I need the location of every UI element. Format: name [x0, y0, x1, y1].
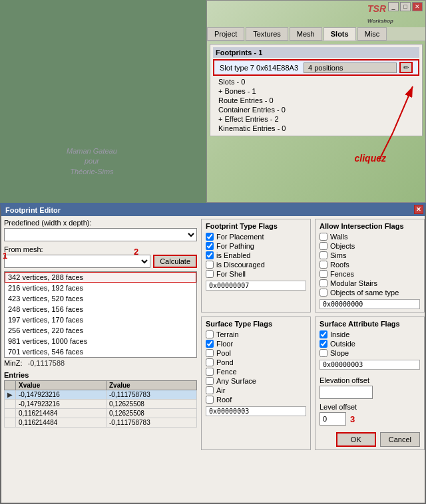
ftf-enabled-cb[interactable]: [206, 251, 214, 259]
dialog-close-btn[interactable]: ✕: [414, 205, 423, 214]
ftf-discouraged-cb[interactable]: [206, 261, 214, 269]
saf-outside-cb[interactable]: [320, 340, 327, 348]
close-btn[interactable]: ✕: [412, 2, 423, 11]
elevation-offset-input[interactable]: [320, 386, 373, 399]
calculate-button[interactable]: Calculate: [153, 255, 197, 268]
stf-fence: Fence: [206, 368, 306, 376]
ftf-placement-cb[interactable]: [206, 233, 214, 241]
mesh-option-5[interactable]: 256 vertices, 220 faces: [5, 325, 196, 336]
allow-intersection-flags-panel: Allow Intersection Flags Walls Objects S…: [315, 219, 425, 313]
dialog-left-panel: Predefined (width x depth): From mesh: C…: [4, 219, 197, 504]
col-zvalue: Zvalue: [106, 381, 197, 390]
saf-inside-label: Inside: [330, 330, 349, 338]
aif-sims: Sims: [320, 251, 420, 259]
predefined-select[interactable]: [4, 228, 197, 241]
ftf-pathing: For Pathing: [206, 242, 306, 250]
stf-floor-cb[interactable]: [206, 340, 214, 348]
saf-slope-label: Slope: [330, 349, 349, 357]
from-mesh-group: From mesh: Calculate: [4, 245, 197, 268]
dialog-title: Footprint Editor: [5, 206, 61, 214]
watermark-line1: Maman Gateau: [67, 146, 117, 156]
mesh-option-3[interactable]: 248 vertices, 156 faces: [5, 304, 196, 315]
aif-roofs-label: Roofs: [330, 261, 349, 269]
cell-z-1: 0,12625508: [106, 400, 197, 409]
aif-sims-cb[interactable]: [320, 251, 327, 259]
stf-roof-cb[interactable]: [206, 396, 214, 404]
aif-fences-cb[interactable]: [320, 270, 327, 278]
top-flags-row: Footprint Type Flags For Placement For P…: [201, 219, 425, 313]
aif-walls-cb[interactable]: [320, 233, 327, 241]
tab-misc[interactable]: Misc: [357, 27, 387, 41]
stf-terrain: Terrain: [206, 330, 306, 338]
cancel-button[interactable]: Cancel: [380, 432, 420, 447]
table-row[interactable]: ▶ -0,147923216 -0,111758783: [5, 390, 197, 400]
tab-slots[interactable]: Slots: [323, 27, 356, 41]
aif-fences: Fences: [320, 270, 420, 278]
stf-fence-cb[interactable]: [206, 368, 214, 376]
minz-value: -0,1117588: [28, 359, 65, 367]
cell-z-2: 0,12625508: [106, 409, 197, 418]
stf-roof: Roof: [206, 396, 306, 404]
kinematic-entries: Kinematic Entries - 0: [213, 124, 419, 133]
restore-btn[interactable]: □: [400, 2, 411, 11]
from-mesh-row: Calculate: [4, 255, 197, 268]
positions-badge: 4 positions: [304, 63, 397, 73]
footprints-header: Footprints - 1: [213, 47, 419, 58]
tab-textures[interactable]: Textures: [246, 27, 288, 41]
mesh-option-7[interactable]: 701 vertices, 546 faces: [5, 346, 196, 357]
tab-mesh[interactable]: Mesh: [290, 27, 322, 41]
from-mesh-select[interactable]: [4, 255, 150, 268]
predefined-label: Predefined (width x depth):: [4, 219, 197, 227]
stf-any-surface-cb[interactable]: [206, 377, 214, 385]
stf-hex: 0x00000003: [206, 406, 306, 416]
allow-intersection-title: Allow Intersection Flags: [320, 222, 420, 230]
aif-objects-cb[interactable]: [320, 242, 327, 250]
route-entries: Route Entries - 0: [213, 96, 419, 105]
tab-project[interactable]: Project: [207, 27, 244, 41]
aif-objects-label: Objects: [330, 242, 355, 250]
table-row[interactable]: -0,147923216 0,12625508: [5, 400, 197, 409]
stf-pool-cb[interactable]: [206, 349, 214, 357]
aif-modular-stairs-label: Modular Stairs: [330, 279, 377, 287]
dialog-footer-btns: OK Cancel: [320, 432, 420, 447]
badge-number2: 2: [134, 247, 138, 257]
surface-type-title: Surface Type Flags: [206, 320, 306, 328]
stf-air-cb[interactable]: [206, 386, 214, 394]
aif-same-type: Objects of same type: [320, 289, 420, 297]
stf-pool: Pool: [206, 349, 306, 357]
level-offset-group: Level offset 3: [320, 403, 420, 426]
saf-slope-cb[interactable]: [320, 349, 327, 357]
aif-same-type-cb[interactable]: [320, 289, 327, 297]
mesh-option-6[interactable]: 981 vertices, 1000 faces: [5, 336, 196, 346]
effect-entries: + Effect Entries - 2: [213, 114, 419, 124]
mesh-option-2[interactable]: 423 vertices, 520 faces: [5, 293, 196, 304]
cell-x-3: 0,116214484: [16, 418, 106, 428]
entries-section: Entries Xvalue Zvalue ▶ -0,147923216 -0,…: [4, 371, 197, 428]
stf-terrain-cb[interactable]: [206, 330, 214, 338]
ftf-placement-label: For Placement: [216, 233, 264, 241]
tsr-logo: TSRWorkshop: [367, 3, 393, 25]
slots-content: Footprints - 1 Slot type 7 0x614E88A3 4 …: [210, 44, 423, 136]
ftf-pathing-cb[interactable]: [206, 242, 214, 250]
table-row[interactable]: 0,116214484 0,12625508: [5, 409, 197, 418]
edit-slot-btn[interactable]: ✏: [399, 62, 413, 73]
stf-pond-label: Pond: [216, 358, 234, 366]
mesh-option-1[interactable]: 216 vertices, 192 faces: [5, 283, 196, 293]
aif-roofs-cb[interactable]: [320, 261, 327, 269]
slot-type-row[interactable]: Slot type 7 0x614E88A3 4 positions ✏: [213, 59, 419, 76]
aif-modular-stairs-cb[interactable]: [320, 279, 327, 287]
ftf-shell-cb[interactable]: [206, 270, 214, 278]
ok-button[interactable]: OK: [336, 432, 376, 447]
saf-slope: Slope: [320, 349, 420, 357]
table-row[interactable]: 0,116214484 -0,111758783: [5, 418, 197, 428]
stf-pond-cb[interactable]: [206, 358, 214, 366]
cell-z-3: -0,111758783: [106, 418, 197, 428]
stf-any-surface-label: Any Surface: [216, 377, 256, 385]
footprint-type-flags-title: Footprint Type Flags: [206, 222, 306, 230]
mesh-option-0[interactable]: 342 vertices, 288 faces: [5, 272, 196, 283]
dialog-right-panel: Footprint Type Flags For Placement For P…: [201, 219, 425, 504]
ftf-discouraged-label: is Discouraged: [216, 261, 265, 269]
saf-inside-cb[interactable]: [320, 330, 327, 338]
mesh-option-4[interactable]: 197 vertices, 170 faces: [5, 315, 196, 325]
level-offset-input[interactable]: [320, 412, 346, 426]
